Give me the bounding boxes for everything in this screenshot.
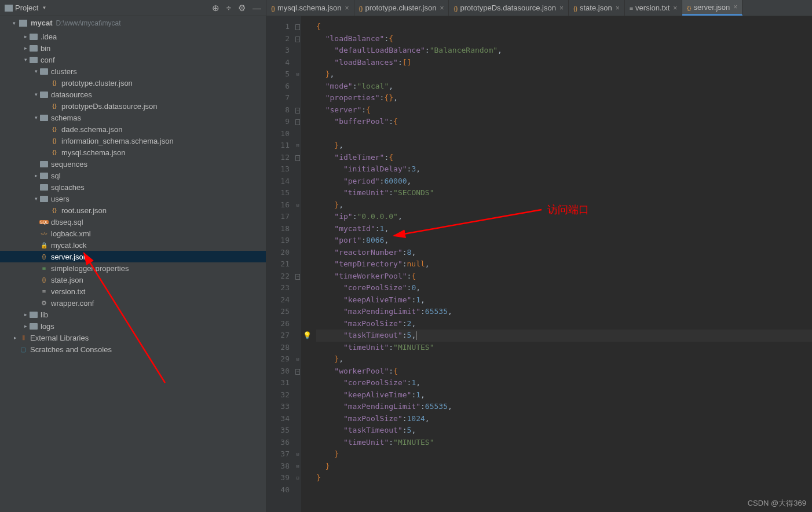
tree-node-json[interactable]: prototype.cluster.json [0, 77, 266, 89]
editor-tabbar: mysql.schema.json×prototype.cluster.json… [266, 0, 812, 16]
folder-icon [39, 171, 49, 180]
folder-icon [39, 195, 49, 203]
tree-node-folder[interactable]: sqlcaches [0, 181, 266, 193]
code-line: "timeUnit":"MINUTES" [316, 342, 812, 354]
tree-node-folder[interactable]: ▾datasources [0, 89, 266, 100]
code-line: "reactorNumber":8, [316, 247, 812, 259]
expand-arrow-icon[interactable]: ▾ [22, 57, 29, 63]
code-line: "keepAliveTime":1, [316, 294, 812, 306]
expand-arrow-icon[interactable]: ▸ [22, 323, 29, 329]
tree-node-txt[interactable]: version.txt [0, 286, 266, 297]
close-icon[interactable]: × [345, 4, 349, 12]
code-line: "timeUnit":"MINUTES" [316, 437, 812, 449]
editor-area: mysql.schema.json×prototype.cluster.json… [266, 0, 812, 512]
expand-arrow-icon[interactable]: ▾ [32, 115, 39, 120]
project-root[interactable]: ▾ mycat D:\www\mycat\mycat [0, 16, 266, 30]
tree-node-label: conf [41, 56, 55, 64]
expand-arrow-icon[interactable]: ▾ [32, 196, 39, 202]
tree-node-folder[interactable]: ▾conf [0, 54, 266, 65]
tree-node-folder[interactable]: ▾users [0, 193, 266, 204]
tree-node-folder[interactable]: ▸.idea [0, 31, 266, 42]
tree-node-folder[interactable]: ▾clusters [0, 65, 266, 77]
code-line: } [316, 472, 812, 484]
editor-tab[interactable]: state.json× [569, 0, 625, 16]
json-file-icon [453, 3, 458, 12]
tree-node-folder[interactable]: ▸sql [0, 170, 266, 181]
locate-icon[interactable]: ⊕ [212, 3, 220, 13]
folder-icon [39, 160, 49, 168]
editor-tab[interactable]: server.json× [682, 0, 742, 16]
tree-node-json[interactable]: server.json [0, 251, 266, 262]
expand-arrow-icon[interactable]: ▸ [32, 173, 39, 178]
json-file-icon [271, 3, 275, 12]
tree-node-lib[interactable]: ▸External Libraries [0, 332, 266, 343]
folder-icon [19, 20, 27, 27]
project-selector[interactable]: Project ▼ [5, 3, 46, 12]
expand-arrow-icon[interactable]: ▸ [12, 335, 19, 341]
tree-node-label: bin [41, 44, 50, 53]
tab-label: prototypeDs.datasource.json [460, 3, 555, 12]
code-line: "bufferPool":{ [316, 116, 812, 128]
close-icon[interactable]: × [616, 4, 620, 12]
close-icon[interactable]: × [673, 4, 677, 12]
close-icon[interactable]: × [733, 3, 737, 11]
code-content[interactable]: { "loadBalance":{ "defaultLoadBalance":"… [313, 16, 812, 512]
collapse-icon[interactable]: ÷ [226, 3, 231, 13]
tree-node-json[interactable]: state.json [0, 274, 266, 286]
tree-node-json[interactable]: dade.schema.json [0, 123, 266, 135]
tree-node-label: prototype.cluster.json [61, 79, 133, 87]
tree-node-folder[interactable]: ▸logs [0, 320, 266, 332]
editor-tab[interactable]: version.txt× [625, 0, 683, 16]
code-line: } [316, 460, 812, 473]
expand-arrow-icon[interactable]: ▾ [32, 92, 39, 97]
project-name: mycat [31, 19, 53, 27]
code-line: "maxPendingLimit":65535, [316, 401, 812, 413]
tree-node-label: dbseq.sql [51, 218, 83, 226]
tree-node-props[interactable]: simplelogger.properties [0, 262, 266, 274]
code-line: "tempDirectory":null, [316, 258, 812, 270]
close-icon[interactable]: × [440, 4, 444, 12]
tree-node-json[interactable]: prototypeDs.datasource.json [0, 100, 266, 112]
editor-tab[interactable]: prototypeDs.datasource.json× [449, 0, 569, 16]
settings-icon[interactable]: ⚙ [238, 3, 246, 13]
code-line: "keepAliveTime":1, [316, 389, 812, 401]
tree-node-sql[interactable]: dbseq.sql [0, 216, 266, 228]
folder-icon [39, 90, 49, 98]
editor-tab[interactable]: mysql.schema.json× [266, 0, 354, 16]
json-icon [50, 206, 59, 214]
txt-icon [39, 287, 49, 295]
folder-icon [29, 310, 38, 319]
tree-node-json[interactable]: root.user.json [0, 204, 266, 216]
tree-node-xml[interactable]: logback.xml [0, 228, 266, 239]
code-line: "loadBalances":[] [316, 57, 812, 69]
tree-node-folder[interactable]: ▾schemas [0, 112, 266, 123]
editor-tab[interactable]: prototype.cluster.json× [354, 0, 449, 16]
expand-arrow-icon[interactable]: ▸ [22, 45, 29, 51]
intention-bulb-icon[interactable]: 💡 [301, 330, 313, 342]
expand-arrow-icon[interactable]: ▾ [32, 68, 39, 74]
code-line: "mode":"local", [316, 81, 812, 93]
fold-column: −−⊟−−⊟−⊟−⊟−⊟⊟⊟ [294, 16, 301, 512]
code-line: "maxPoolSize":2, [316, 318, 812, 330]
tree-node-scratch[interactable]: Scratches and Consoles [0, 343, 266, 355]
tree-node-json[interactable]: information_schema.schema.json [0, 135, 266, 147]
code-line: }, [316, 199, 812, 211]
tree-node-json[interactable]: mysql.schema.json [0, 147, 266, 158]
expand-arrow-icon[interactable]: ▸ [22, 312, 29, 317]
tree-node-folder[interactable]: sequences [0, 158, 266, 170]
tab-label: state.json [580, 3, 612, 12]
folder-icon [39, 183, 49, 191]
lock-icon [39, 241, 49, 249]
code-line: "maxPendingLimit":65535, [316, 306, 812, 318]
tree-node-folder[interactable]: ▸bin [0, 42, 266, 54]
json-icon [50, 148, 59, 156]
tree-node-label: lib [41, 310, 48, 319]
close-icon[interactable]: × [559, 4, 564, 12]
tree-node-conf[interactable]: wrapper.conf [0, 297, 266, 309]
hide-icon[interactable]: — [253, 3, 261, 13]
tree-node-folder[interactable]: ▸lib [0, 309, 266, 320]
tree-node-lock[interactable]: mycat.lock [0, 239, 266, 251]
code-line: "properties":{}, [316, 92, 812, 104]
project-tree: ▸.idea▸bin▾conf▾clustersprototype.cluste… [0, 30, 266, 512]
expand-arrow-icon[interactable]: ▸ [22, 34, 29, 39]
